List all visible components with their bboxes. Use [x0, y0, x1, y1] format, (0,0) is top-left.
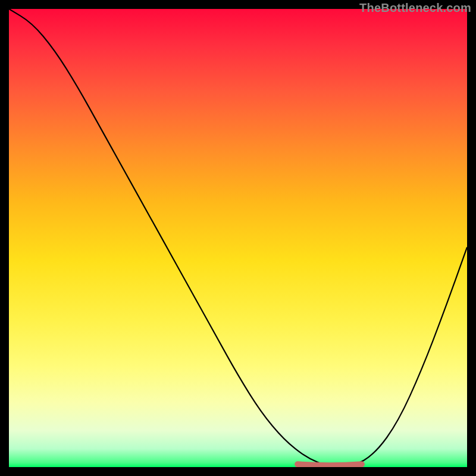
- bottleneck-curve: [9, 9, 467, 467]
- chart-plot-area: [9, 9, 467, 467]
- chart-frame: TheBottleneck.com: [0, 0, 476, 476]
